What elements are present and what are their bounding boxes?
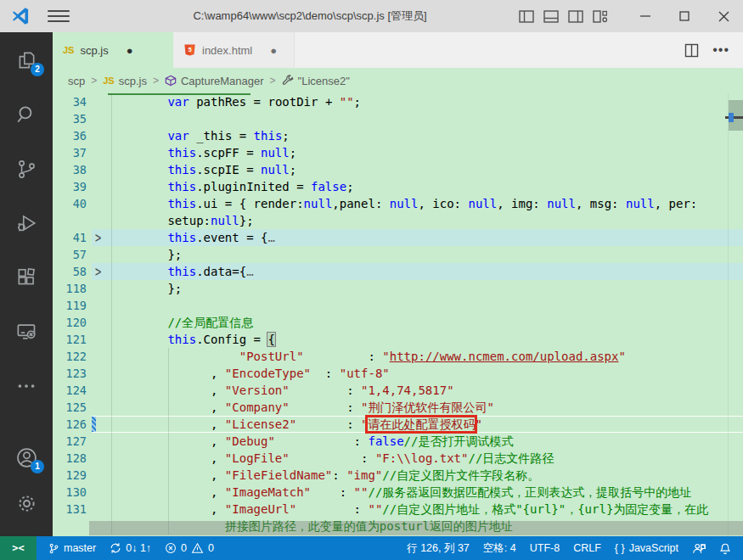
titlebar: C:\wamp64\www\scp2\demo\scp\scp.js [管理员] [0, 0, 743, 32]
braces-icon: { } [615, 542, 625, 554]
modified-dot-icon[interactable]: ● [270, 44, 277, 57]
account-badge: 1 [31, 460, 44, 473]
window-title: C:\wamp64\www\scp2\demo\scp\scp.js [管理员] [136, 8, 484, 24]
code-line[interactable]: 58> this.data={… [53, 263, 743, 280]
code-line[interactable]: 37 this.scpFF = null; [53, 144, 743, 161]
feedback-item[interactable] [685, 542, 712, 555]
toggle-sidebar-icon[interactable] [519, 10, 534, 23]
toggle-panel-icon[interactable] [543, 10, 559, 23]
code-line[interactable]: 125 , "Company" : "荆门泽优软件有限公司" [53, 399, 743, 416]
problems-item[interactable]: 0 0 [158, 542, 221, 554]
explorer-icon[interactable]: 2 [14, 48, 39, 73]
toggle-secondary-sidebar-icon[interactable] [568, 10, 583, 23]
chevron-right-icon: > [153, 75, 159, 87]
vertical-scrollbar[interactable] [728, 93, 743, 536]
line-number: 38 [53, 161, 92, 178]
code-line[interactable]: 57 }; [53, 246, 743, 263]
code-line[interactable]: 129 , "FileFieldName": "img"//自定义图片文件字段名… [53, 467, 743, 484]
line-number: 122 [53, 348, 92, 365]
settings-gear-icon[interactable] [14, 490, 39, 516]
source-control-icon[interactable] [14, 156, 39, 182]
code-line[interactable]: 130 , "ImageMatch" : ""//服务器返回数据匹配模式，正则表… [53, 484, 743, 501]
code-line[interactable]: 34 var pathRes = rootDir + ""; [53, 93, 743, 110]
code-line[interactable]: 127 , "Debug" : false//是否打开调试模式 [53, 433, 743, 450]
account-icon[interactable]: 1 [14, 445, 39, 470]
search-icon[interactable] [14, 102, 39, 127]
code-line[interactable]: 118 }; [53, 280, 743, 297]
breadcrumb-item-scp[interactable]: scp [68, 75, 85, 87]
breadcrumb-item-scpjs[interactable]: JS scp.js [103, 75, 147, 87]
gutter-decorations [92, 399, 110, 416]
encoding-item[interactable]: UTF-8 [523, 542, 566, 554]
code-line[interactable]: 38 this.scpIE = null; [53, 161, 743, 178]
code-line[interactable]: 122 "PostUrl" : "http://www.ncmem.com/up… [53, 348, 743, 365]
line-number: 126 [53, 416, 92, 433]
svg-text:5: 5 [188, 46, 191, 53]
gutter-decorations [92, 314, 110, 331]
code-text: , "Version" : "1,4,74,5817" [110, 382, 454, 399]
menu-icon[interactable] [48, 8, 70, 25]
javascript-file-icon: JS [63, 45, 74, 55]
code-line[interactable]: 123 , "EncodeType" : "utf-8" [53, 365, 743, 382]
code-line[interactable]: 124 , "Version" : "1,4,74,5817" [53, 382, 743, 399]
code-line[interactable]: 131 , "ImageUrl" : ""//自定义图片地址，格式"{url}"… [53, 501, 743, 518]
customize-layout-icon[interactable] [593, 10, 607, 23]
maximize-button[interactable] [665, 0, 704, 32]
branch-icon [48, 542, 59, 555]
git-branch-item[interactable]: master [42, 542, 103, 555]
run-debug-icon[interactable] [14, 210, 39, 236]
code-line[interactable]: 36 var _this = this; [53, 127, 743, 144]
code-line[interactable]: setup:null}; [53, 212, 743, 229]
code-text: //全局配置信息 [110, 314, 253, 331]
minimize-button[interactable] [626, 0, 665, 32]
cursor-position-item[interactable]: 行 126, 列 37 [400, 541, 476, 556]
gutter-decorations [92, 450, 110, 467]
code-line[interactable]: 35 [53, 110, 743, 127]
sync-changes-item[interactable]: 0↓ 1↑ [103, 542, 158, 554]
language-mode-item[interactable]: { } JavaScript [608, 542, 685, 554]
wrench-icon [282, 75, 294, 87]
chevron-right-icon: > [270, 75, 276, 87]
code-line[interactable]: 39 this.pluginInited = false; [53, 178, 743, 195]
line-number: 40 [53, 195, 92, 212]
gutter-decorations [92, 365, 110, 382]
code-line[interactable]: 121 this.Config = { [53, 331, 743, 348]
code-text: , "FileFieldName": "img"//自定义图片文件字段名称。 [110, 467, 539, 484]
more-actions-icon[interactable]: ••• [712, 42, 729, 58]
tab-scp-js[interactable]: JS scp.js ● [53, 32, 173, 68]
tab-label: scp.js [80, 44, 108, 57]
remote-indicator[interactable]: >< [0, 536, 37, 560]
code-text: setup:null}; [110, 212, 254, 229]
remote-explorer-icon[interactable] [14, 319, 39, 344]
breadcrumb: scp > JS scp.js > CaptureManager > "Lice… [53, 68, 743, 93]
notifications-item[interactable] [712, 542, 738, 555]
breadcrumb-item-capturemanager[interactable]: CaptureManager [165, 75, 264, 87]
eol-item[interactable]: CRLF [566, 542, 608, 554]
line-number [53, 518, 92, 535]
tab-index-html[interactable]: 5 index.html ● [173, 32, 295, 68]
code-line[interactable]: 119 [53, 297, 743, 314]
gutter-decorations [92, 93, 110, 110]
line-number: 127 [53, 433, 92, 450]
code-text: this.Config = { [110, 331, 275, 348]
code-line[interactable]: 41> this.event = {… [53, 229, 743, 246]
more-views-icon[interactable] [14, 373, 39, 399]
overview-modified-marker [729, 113, 734, 122]
code-text: this.pluginInited = false; [110, 178, 354, 195]
code-line[interactable]: 120 //全局配置信息 [53, 314, 743, 331]
extensions-icon[interactable] [14, 265, 39, 290]
code-editor[interactable]: 34 var pathRes = rootDir + "";3536 var _… [53, 93, 743, 536]
gutter-decorations [92, 144, 110, 161]
gutter-decorations [92, 161, 110, 178]
modified-dot-icon[interactable]: ● [127, 44, 133, 57]
code-line[interactable]: 40 this.ui = { render:null,panel: null, … [53, 195, 743, 212]
split-editor-icon[interactable] [684, 43, 699, 58]
close-button[interactable] [704, 0, 743, 32]
code-line[interactable]: 128 , "LogFile" : "F:\\log.txt"//日志文件路径 [53, 450, 743, 467]
horizontal-scrollbar[interactable] [89, 521, 743, 535]
code-line[interactable]: 126 , "License2" : "请在此处配置授权码" [53, 416, 743, 433]
indentation-item[interactable]: 空格: 4 [476, 541, 523, 556]
breadcrumb-item-license2[interactable]: "License2" [282, 75, 350, 87]
line-number: 118 [53, 280, 92, 297]
vscode-window: C:\wamp64\www\scp2\demo\scp\scp.js [管理员]… [0, 0, 743, 560]
